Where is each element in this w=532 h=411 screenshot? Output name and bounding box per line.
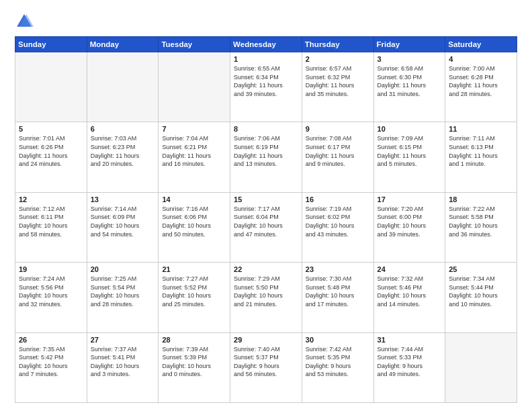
calendar-cell: 17Sunrise: 7:20 AM Sunset: 6:00 PM Dayli…	[373, 192, 445, 262]
day-info: Sunrise: 7:01 AM Sunset: 6:26 PM Dayligh…	[19, 134, 83, 168]
calendar-cell: 12Sunrise: 7:12 AM Sunset: 6:11 PM Dayli…	[15, 192, 87, 262]
day-number: 23	[306, 265, 370, 273]
day-number: 18	[449, 195, 513, 203]
day-info: Sunrise: 7:08 AM Sunset: 6:17 PM Dayligh…	[306, 134, 370, 168]
calendar-cell: 5Sunrise: 7:01 AM Sunset: 6:26 PM Daylig…	[15, 122, 87, 192]
day-info: Sunrise: 7:40 AM Sunset: 5:37 PM Dayligh…	[234, 345, 298, 379]
day-info: Sunrise: 7:20 AM Sunset: 6:00 PM Dayligh…	[378, 205, 442, 238]
day-number: 22	[234, 265, 298, 273]
col-header-monday: Monday	[87, 37, 159, 52]
day-info: Sunrise: 7:34 AM Sunset: 5:44 PM Dayligh…	[449, 275, 513, 308]
day-number: 2	[306, 55, 370, 63]
calendar-cell: 28Sunrise: 7:39 AM Sunset: 5:39 PM Dayli…	[159, 332, 230, 402]
calendar-cell: 14Sunrise: 7:16 AM Sunset: 6:06 PM Dayli…	[159, 192, 230, 262]
day-number: 13	[91, 195, 155, 203]
day-info: Sunrise: 7:44 AM Sunset: 5:33 PM Dayligh…	[378, 345, 442, 379]
day-number: 26	[19, 336, 83, 344]
day-info: Sunrise: 7:42 AM Sunset: 5:35 PM Dayligh…	[306, 345, 370, 379]
day-number: 15	[234, 195, 298, 203]
day-info: Sunrise: 7:39 AM Sunset: 5:39 PM Dayligh…	[162, 345, 226, 379]
day-info: Sunrise: 7:22 AM Sunset: 5:58 PM Dayligh…	[449, 205, 513, 238]
calendar-table: SundayMondayTuesdayWednesdayThursdayFrid…	[15, 36, 517, 403]
col-header-sunday: Sunday	[15, 37, 87, 52]
day-number: 21	[162, 265, 226, 273]
calendar-cell: 24Sunrise: 7:32 AM Sunset: 5:46 PM Dayli…	[373, 263, 445, 332]
calendar-cell: 2Sunrise: 6:57 AM Sunset: 6:32 PM Daylig…	[302, 52, 373, 122]
calendar-cell: 22Sunrise: 7:29 AM Sunset: 5:50 PM Dayli…	[230, 263, 302, 332]
day-info: Sunrise: 7:09 AM Sunset: 6:15 PM Dayligh…	[378, 134, 442, 168]
day-info: Sunrise: 6:57 AM Sunset: 6:32 PM Dayligh…	[306, 64, 370, 98]
day-info: Sunrise: 6:58 AM Sunset: 6:30 PM Dayligh…	[378, 64, 442, 98]
calendar-cell: 9Sunrise: 7:08 AM Sunset: 6:17 PM Daylig…	[302, 122, 373, 192]
page: SundayMondayTuesdayWednesdayThursdayFrid…	[0, 0, 532, 411]
calendar-cell: 15Sunrise: 7:17 AM Sunset: 6:04 PM Dayli…	[230, 192, 302, 262]
day-number: 4	[449, 55, 513, 63]
calendar-cell: 30Sunrise: 7:42 AM Sunset: 5:35 PM Dayli…	[302, 332, 373, 402]
day-number: 20	[91, 265, 155, 273]
day-number: 24	[378, 265, 442, 273]
day-number: 17	[378, 195, 442, 203]
calendar-cell: 29Sunrise: 7:40 AM Sunset: 5:37 PM Dayli…	[230, 332, 302, 402]
day-info: Sunrise: 7:11 AM Sunset: 6:13 PM Dayligh…	[449, 134, 513, 168]
calendar-cell	[87, 52, 159, 122]
calendar-cell: 1Sunrise: 6:55 AM Sunset: 6:34 PM Daylig…	[230, 52, 302, 122]
day-number: 25	[449, 265, 513, 273]
day-number: 16	[306, 195, 370, 203]
day-number: 8	[234, 125, 298, 133]
day-number: 31	[378, 336, 442, 344]
day-info: Sunrise: 7:24 AM Sunset: 5:56 PM Dayligh…	[19, 275, 83, 308]
day-number: 3	[378, 55, 442, 63]
calendar-cell: 19Sunrise: 7:24 AM Sunset: 5:56 PM Dayli…	[15, 263, 87, 332]
day-info: Sunrise: 7:37 AM Sunset: 5:41 PM Dayligh…	[91, 345, 155, 379]
col-header-saturday: Saturday	[445, 37, 517, 52]
calendar-cell: 16Sunrise: 7:19 AM Sunset: 6:02 PM Dayli…	[302, 192, 373, 262]
calendar-cell: 26Sunrise: 7:35 AM Sunset: 5:42 PM Dayli…	[15, 332, 87, 402]
day-info: Sunrise: 7:17 AM Sunset: 6:04 PM Dayligh…	[234, 205, 298, 238]
logo	[15, 12, 36, 31]
day-info: Sunrise: 7:30 AM Sunset: 5:48 PM Dayligh…	[306, 275, 370, 308]
day-number: 29	[234, 336, 298, 344]
day-number: 5	[19, 125, 83, 133]
day-number: 30	[306, 336, 370, 344]
day-info: Sunrise: 7:14 AM Sunset: 6:09 PM Dayligh…	[91, 205, 155, 238]
calendar-cell: 6Sunrise: 7:03 AM Sunset: 6:23 PM Daylig…	[87, 122, 159, 192]
day-info: Sunrise: 7:03 AM Sunset: 6:23 PM Dayligh…	[91, 134, 155, 168]
calendar-cell	[445, 332, 517, 402]
calendar-cell	[15, 52, 87, 122]
day-number: 10	[378, 125, 442, 133]
day-number: 7	[162, 125, 226, 133]
col-header-friday: Friday	[373, 37, 445, 52]
day-number: 28	[162, 336, 226, 344]
day-number: 12	[19, 195, 83, 203]
day-info: Sunrise: 6:55 AM Sunset: 6:34 PM Dayligh…	[234, 64, 298, 98]
day-number: 19	[19, 265, 83, 273]
col-header-thursday: Thursday	[302, 37, 373, 52]
week-row-3: 12Sunrise: 7:12 AM Sunset: 6:11 PM Dayli…	[15, 192, 517, 262]
calendar-cell: 13Sunrise: 7:14 AM Sunset: 6:09 PM Dayli…	[87, 192, 159, 262]
logo-icon	[15, 12, 34, 31]
day-info: Sunrise: 7:27 AM Sunset: 5:52 PM Dayligh…	[162, 275, 226, 308]
day-number: 27	[91, 336, 155, 344]
day-info: Sunrise: 7:06 AM Sunset: 6:19 PM Dayligh…	[234, 134, 298, 168]
calendar-cell: 27Sunrise: 7:37 AM Sunset: 5:41 PM Dayli…	[87, 332, 159, 402]
calendar-cell: 23Sunrise: 7:30 AM Sunset: 5:48 PM Dayli…	[302, 263, 373, 332]
day-info: Sunrise: 7:35 AM Sunset: 5:42 PM Dayligh…	[19, 345, 83, 379]
day-number: 6	[91, 125, 155, 133]
col-header-tuesday: Tuesday	[159, 37, 230, 52]
col-header-wednesday: Wednesday	[230, 37, 302, 52]
calendar-cell: 25Sunrise: 7:34 AM Sunset: 5:44 PM Dayli…	[445, 263, 517, 332]
day-info: Sunrise: 7:19 AM Sunset: 6:02 PM Dayligh…	[306, 205, 370, 238]
week-row-5: 26Sunrise: 7:35 AM Sunset: 5:42 PM Dayli…	[15, 332, 517, 402]
day-info: Sunrise: 7:00 AM Sunset: 6:28 PM Dayligh…	[449, 64, 513, 98]
day-info: Sunrise: 7:25 AM Sunset: 5:54 PM Dayligh…	[91, 275, 155, 308]
day-number: 14	[162, 195, 226, 203]
week-row-4: 19Sunrise: 7:24 AM Sunset: 5:56 PM Dayli…	[15, 263, 517, 332]
day-info: Sunrise: 7:32 AM Sunset: 5:46 PM Dayligh…	[378, 275, 442, 308]
day-number: 1	[234, 55, 298, 63]
calendar-cell	[159, 52, 230, 122]
week-row-1: 1Sunrise: 6:55 AM Sunset: 6:34 PM Daylig…	[15, 52, 517, 122]
calendar-cell: 31Sunrise: 7:44 AM Sunset: 5:33 PM Dayli…	[373, 332, 445, 402]
calendar-cell: 10Sunrise: 7:09 AM Sunset: 6:15 PM Dayli…	[373, 122, 445, 192]
calendar-cell: 11Sunrise: 7:11 AM Sunset: 6:13 PM Dayli…	[445, 122, 517, 192]
day-info: Sunrise: 7:04 AM Sunset: 6:21 PM Dayligh…	[162, 134, 226, 168]
